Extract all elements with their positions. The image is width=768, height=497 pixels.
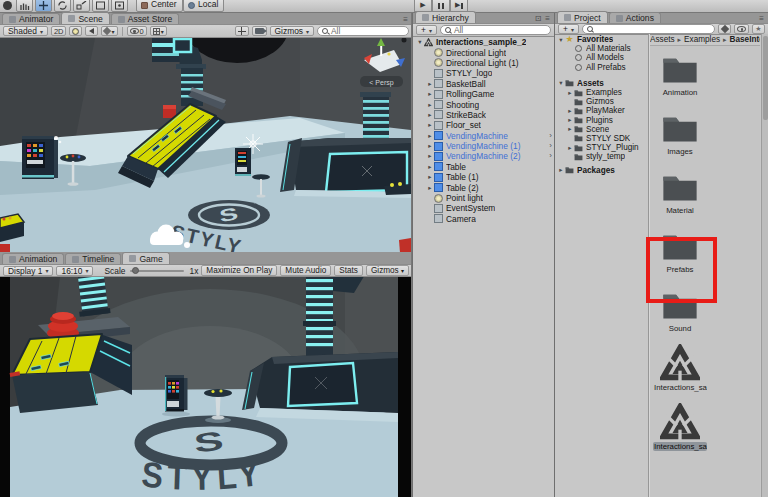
favorites-search-icon[interactable]: ★ (752, 24, 765, 34)
asset-sound[interactable]: Sound (653, 286, 707, 333)
pane-menu-icon[interactable]: ≡ (403, 15, 408, 24)
asset-prefabs[interactable]: Prefabs (653, 227, 707, 274)
hierarchy-item-table[interactable]: ▸Table (413, 162, 555, 172)
hierarchy-item-rollinggame[interactable]: ▸RollingGame (413, 89, 555, 99)
lock-icon[interactable]: ⊡ (535, 14, 542, 23)
tab-game[interactable]: Game (122, 252, 169, 264)
asset-animation[interactable]: Animation (653, 50, 707, 97)
tab-hierarchy[interactable]: Hierarchy (415, 11, 476, 23)
project-tree-all-materials[interactable]: All Materials (555, 44, 647, 53)
expand-arrow[interactable]: ▸ (426, 100, 434, 110)
rotate-tool-button[interactable] (54, 0, 71, 12)
expand-arrow[interactable]: ▸ (426, 141, 434, 151)
pane-menu-icon[interactable]: ≡ (759, 14, 764, 23)
expand-arrow[interactable]: ▸ (426, 172, 434, 182)
expand-arrow[interactable]: ▸ (426, 79, 434, 89)
shading-mode-dropdown[interactable]: Shaded▾ (3, 26, 48, 36)
scale-slider[interactable] (130, 270, 184, 272)
move-tool-button[interactable] (35, 0, 52, 12)
expand-arrow[interactable]: ▾ (416, 37, 424, 47)
project-create-dropdown[interactable]: +▾ (558, 24, 579, 34)
scene-visibility-button[interactable]: 0 (127, 26, 147, 36)
hierarchy-item-styly-logo[interactable]: STYLY_logo (413, 68, 555, 78)
pivot-center-button[interactable]: Center (136, 0, 183, 12)
expand-arrow[interactable]: ▸ (426, 151, 434, 161)
hand-tool-button[interactable] (16, 0, 33, 12)
camera-settings-dropdown[interactable] (252, 26, 267, 36)
hierarchy-item-camera[interactable]: Camera (413, 214, 555, 224)
transform-tool-button[interactable] (111, 0, 128, 12)
hierarchy-item-table-2[interactable]: ▸Table (2) (413, 182, 555, 192)
hierarchy-item-vendingmachine-2[interactable]: ▸VendingMachine (2)› (413, 151, 555, 161)
project-tree-styly-temp[interactable]: styly_temp (555, 152, 647, 161)
project-tree-playmaker[interactable]: ▸PlayMaker (555, 106, 647, 115)
scene-audio-button[interactable] (85, 26, 98, 36)
expand-arrow[interactable]: ▸ (566, 144, 574, 152)
toggle-2d-button[interactable]: 2D (51, 26, 67, 36)
hierarchy-item-directional-light[interactable]: Directional Light (413, 47, 555, 57)
projection-label[interactable]: < Persp (369, 79, 393, 87)
project-tree-all-prefabs[interactable]: All Prefabs (555, 63, 647, 72)
hierarchy-item-vendingmachine[interactable]: ▸VendingMachine› (413, 131, 555, 141)
project-tree-examples[interactable]: ▸Examples (555, 88, 647, 97)
hierarchy-item-shooting[interactable]: ▸Shooting (413, 99, 555, 109)
expand-arrow[interactable]: ▸ (426, 183, 434, 193)
asset-images[interactable]: Images (653, 109, 707, 156)
tab-timeline[interactable]: Timeline (65, 253, 121, 264)
rotation-local-button[interactable]: Local (183, 0, 224, 12)
project-tree-all-models[interactable]: All Models (555, 53, 647, 62)
search-by-type-icon[interactable] (718, 24, 731, 34)
breadcrumb-baseinteractions[interactable]: BaseInteractionS (730, 35, 760, 44)
scene-lighting-button[interactable] (69, 26, 82, 36)
mute-audio-button[interactable]: Mute Audio (280, 265, 331, 276)
tab-actions[interactable]: Actions (609, 12, 661, 23)
hierarchy-item-table-1[interactable]: ▸Table (1) (413, 172, 555, 182)
grid-settings-dropdown[interactable]: ▾ (150, 26, 167, 36)
scene-effects-dropdown[interactable]: ▾ (101, 26, 117, 36)
expand-arrow[interactable]: ▸ (566, 125, 574, 133)
project-scrollbar[interactable] (761, 34, 768, 497)
scene-gizmos-dropdown[interactable]: Gizmos▾ (270, 26, 314, 36)
scene-search-input[interactable]: All (317, 26, 409, 36)
project-search-input[interactable] (582, 24, 715, 34)
project-tree-packages[interactable]: ▸Packages (555, 165, 647, 174)
tab-scene[interactable]: Scene (61, 12, 109, 24)
game-gizmos-dropdown[interactable]: Gizmos ▾ (366, 265, 409, 276)
hierarchy-item-basketball[interactable]: ▸BasketBall (413, 79, 555, 89)
scene-viewport[interactable]: S STYLY (0, 38, 411, 252)
hierarchy-item-strikeback[interactable]: ▸StrikeBack (413, 110, 555, 120)
maximize-on-play-button[interactable]: Maximize On Play (201, 265, 277, 276)
hierarchy-item-interactions-sample-2[interactable]: ▾Interactions_sample_2 (413, 37, 555, 47)
game-viewport[interactable]: S STYLY (0, 277, 412, 497)
expand-arrow[interactable]: ▸ (566, 89, 574, 97)
hierarchy-item-vendingmachine-1[interactable]: ▸VendingMachine (1)› (413, 141, 555, 151)
expand-arrow[interactable]: ▸ (566, 116, 574, 124)
tab-animation[interactable]: Animation (2, 253, 64, 264)
hierarchy-item-directional-light-1[interactable]: Directional Light (1) (413, 58, 555, 68)
expand-arrow[interactable]: ▾ (557, 36, 565, 44)
rect-tool-button[interactable] (92, 0, 109, 12)
expand-arrow[interactable]: ▸ (566, 107, 574, 115)
hierarchy-item-eventsystem[interactable]: EventSystem (413, 203, 555, 213)
tab-animator[interactable]: Animator (2, 13, 60, 24)
tab-project[interactable]: Project (557, 11, 608, 23)
breadcrumb-assets[interactable]: Assets (650, 35, 675, 44)
scale-tool-button[interactable] (73, 0, 90, 12)
project-tree-scene[interactable]: ▸Scene (555, 125, 647, 134)
hierarchy-item-floor-set[interactable]: ▸Floor_set (413, 120, 555, 130)
scrollbar-thumb[interactable] (763, 36, 768, 120)
asset-interactions-sam[interactable]: Interactions_sam... (653, 345, 707, 392)
expand-arrow[interactable]: ▸ (426, 120, 434, 130)
aspect-ratio-dropdown[interactable]: 16:10▾ (56, 266, 93, 276)
search-by-label-icon[interactable] (734, 24, 749, 34)
project-tree-styly-plugin[interactable]: ▸STYLY_Plugin (555, 143, 647, 152)
expand-arrow[interactable]: ▸ (426, 110, 434, 120)
display-dropdown[interactable]: Display 1▾ (3, 266, 53, 276)
expand-arrow[interactable]: ▸ (426, 131, 434, 141)
project-tree-favorites[interactable]: ▾★Favorites (555, 35, 647, 44)
expand-arrow[interactable]: ▸ (426, 89, 434, 99)
hierarchy-create-dropdown[interactable]: +▾ (416, 25, 437, 35)
project-tree-plugins[interactable]: ▸Plugins (555, 116, 647, 125)
asset-material[interactable]: Material (653, 168, 707, 215)
hierarchy-search-input[interactable]: All (440, 25, 551, 35)
